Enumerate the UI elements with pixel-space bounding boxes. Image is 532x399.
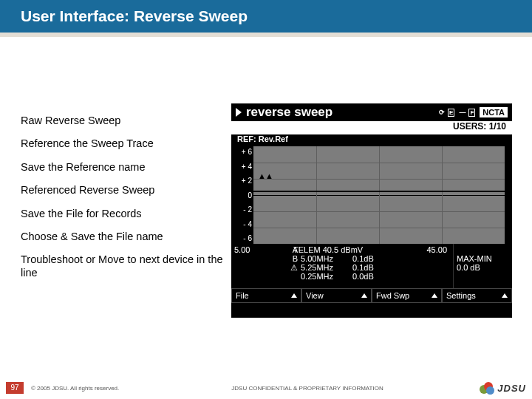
softkey-fwdswp[interactable]: Fwd Swp [372,288,442,303]
header-underline [0,33,532,37]
step-item: Raw Reverse Sweep [21,115,228,127]
ncta-badge: NCTA [480,107,508,117]
link-f-icon: F [468,109,475,117]
link-sep: — [459,109,466,116]
ref-label: REF: Rev.Ref [237,134,288,143]
users-count: USERS: 1/10 [453,121,506,132]
gridline-v [316,146,317,244]
freq-a: 5.00MHz [301,254,347,263]
confidential-label: JDSU CONFIDENTIAL & PROPRIETARY INFORMAT… [149,385,466,392]
slide-footer: 97 © 2005 JDSU. All rights reserved. JDS… [0,377,532,399]
softkey-label: Fwd Swp [376,291,409,300]
db-b: 0.1dB [352,263,383,272]
up-arrow-icon [361,293,367,298]
softkey-row: File View Fwd Swp Settings [231,288,512,303]
end-freq: 45.00 [386,244,453,288]
start-freq: 5.00 [231,244,276,288]
device-titlebar: reverse sweep ⟳ E — F NCTA [231,103,512,121]
softkey-label: Settings [446,291,476,300]
softkey-label: View [306,291,324,300]
slide-title: User Interface: Reverse Sweep [21,7,248,24]
link-label: ⟳ [439,109,445,116]
y-tick: + 4 [233,163,252,171]
softkey-view[interactable]: View [301,288,372,303]
jdsu-logo: JDSU [466,382,532,394]
db-a: 0.1dB [352,254,383,263]
gridline-v [379,146,380,244]
softkey-label: File [236,291,249,300]
step-item: Referenced Reverse Sweep [21,184,228,197]
graph-area: + 6 + 4 + 2 0 - 2 - 4 - 6 ▲ ▲ [231,146,512,244]
warning-icon: ⚠ [276,263,298,273]
step-list: Raw Reverse Sweep Reference the Sweep Tr… [21,115,228,290]
slide-header: User Interface: Reverse Sweep [0,0,532,33]
step-item: Save the File for Records [21,208,228,220]
gridline-v [442,146,443,244]
sweep-trace [253,191,505,192]
y-tick: + 2 [233,177,252,185]
db-delta: 0.0dB [352,272,383,281]
up-arrow-icon [291,293,297,298]
y-tick: 0 [233,191,252,200]
y-tick: - 4 [233,220,252,228]
plot-canvas: ▲ ▲ [253,146,505,244]
up-arrow-icon [502,293,508,298]
y-axis-labels: + 6 + 4 + 2 0 - 2 - 4 - 6 [231,146,253,244]
logo-icon [480,382,494,394]
maxmin-value: 0.0 dB [457,263,509,272]
device-screenshot: reverse sweep ⟳ E — F NCTA USERS: 1/10 R… [231,103,512,318]
stats-row: 5.00 A B ⚠ TELEM 40.5 dBmV 5.00MHz 5.25M… [231,244,512,288]
step-item: Save the Reference name [21,161,228,174]
telem-col: TELEM 40.5 dBmV 5.00MHz 5.25MHz 0.25MHz [298,244,349,288]
page-number: 97 [6,382,24,394]
step-item: Reference the Sweep Trace [21,137,228,150]
row-label: B [276,254,298,263]
logo-text: JDSU [497,383,526,394]
y-tick: - 2 [233,205,252,214]
softkey-file[interactable]: File [231,288,301,303]
softkey-settings[interactable]: Settings [442,288,512,303]
slide-body: Raw Reverse Sweep Reference the Sweep Tr… [21,55,512,366]
freq-delta: 0.25MHz [301,272,347,281]
copyright: © 2005 JDSU. All rights reserved. [31,385,149,392]
play-icon [236,108,242,117]
users-row: USERS: 1/10 [231,121,512,134]
maxmin-col: MAX-MIN 0.0 dB [453,244,512,288]
y-tick: + 6 [233,148,252,156]
marker-b: ▲ [265,171,273,180]
maxmin-label: MAX-MIN [457,254,509,263]
db-col: 0.1dB 0.1dB 0.0dB [349,244,386,288]
link-e-icon: E [448,109,454,117]
ref-row: REF: Rev.Ref [231,134,512,146]
step-item: Troubleshoot or Move to next device in t… [21,253,228,279]
freq-b: 5.25MHz [301,263,347,272]
up-arrow-icon [432,293,437,298]
y-tick: - 6 [233,234,252,242]
telem-label: TELEM 40.5 dBmV [293,245,347,254]
device-title: reverse sweep [246,105,434,120]
step-item: Choose & Save the File name [21,231,228,243]
